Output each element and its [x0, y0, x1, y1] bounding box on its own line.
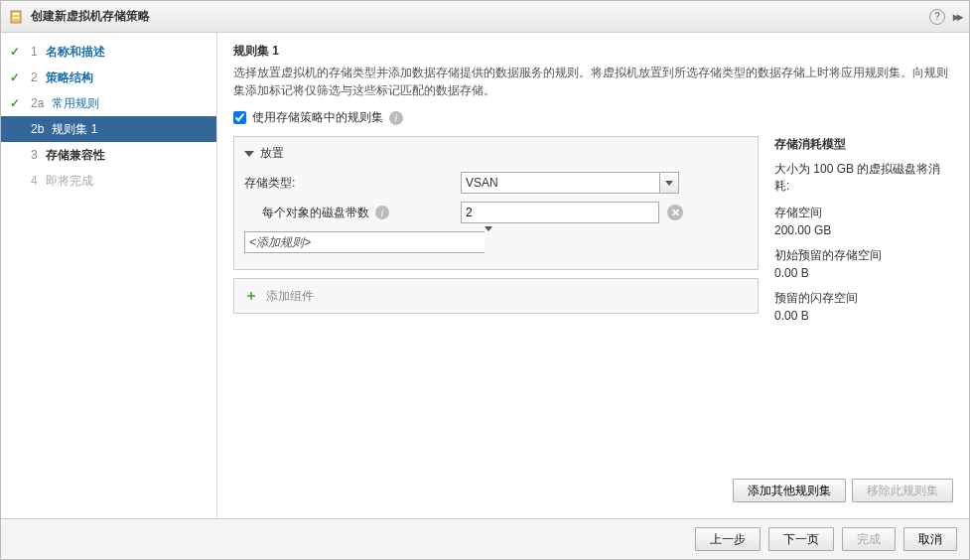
- step-ready-complete: 4 即将完成: [1, 168, 216, 194]
- storage-policy-icon: [9, 9, 25, 25]
- footer: 上一步 下一页 完成 取消: [1, 518, 969, 559]
- check-icon: ✓: [7, 96, 23, 110]
- reserved-value: 0.00 B: [774, 266, 953, 280]
- ruleset-actions: 添加其他规则集 移除此规则集: [233, 471, 953, 510]
- add-rule-placeholder: <添加规则>: [244, 231, 485, 253]
- storage-type-row: 存储类型: VSAN: [244, 172, 748, 194]
- storage-type-select[interactable]: VSAN: [461, 172, 679, 194]
- svg-rect-1: [13, 13, 19, 15]
- step-ruleset-1[interactable]: 2b 规则集 1: [1, 116, 216, 142]
- svg-rect-2: [13, 17, 19, 19]
- ruleset-description: 选择放置虚拟机的存储类型并添加数据存储提供的数据服务的规则。将虚拟机放置到所选存…: [233, 64, 953, 99]
- storage-type-label: 存储类型:: [244, 175, 453, 192]
- add-component-button[interactable]: ＋ 添加组件: [233, 278, 759, 314]
- consumption-title: 存储消耗模型: [774, 136, 953, 153]
- use-ruleset-checkbox[interactable]: [233, 111, 246, 124]
- storage-space-value: 200.00 GB: [774, 223, 953, 237]
- flash-value: 0.00 B: [774, 309, 953, 323]
- left-column: 放置 存储类型: VSAN 每个对象的磁盘带数: [233, 136, 759, 471]
- use-ruleset-label: 使用存储策略中的规则集: [252, 109, 383, 126]
- dialog-body: ✓ 1 名称和描述 ✓ 2 策略结构 ✓ 2a 常用规则 2b 规则集 1 3: [1, 33, 969, 518]
- storage-type-value: VSAN: [461, 172, 659, 194]
- wizard-steps: ✓ 1 名称和描述 ✓ 2 策略结构 ✓ 2a 常用规则 2b 规则集 1 3: [1, 33, 217, 518]
- add-rule-row: <添加规则>: [244, 231, 748, 253]
- check-icon: ✓: [7, 45, 23, 59]
- collapse-icon: [244, 151, 254, 157]
- consumption-desc: 大小为 100 GB 的虚拟磁盘将消耗:: [774, 161, 953, 195]
- step-common-rules[interactable]: ✓ 2a 常用规则: [1, 90, 216, 116]
- check-icon: ✓: [7, 70, 23, 84]
- remove-rule-icon[interactable]: ✕: [667, 205, 683, 220]
- info-icon[interactable]: i: [389, 111, 403, 125]
- chevron-down-icon[interactable]: [485, 231, 492, 253]
- add-ruleset-button[interactable]: 添加其他规则集: [733, 479, 846, 502]
- stripe-row: 每个对象的磁盘带数 i ✕: [244, 202, 748, 223]
- step-storage-compat[interactable]: 3 存储兼容性: [1, 142, 216, 168]
- stripe-input[interactable]: [461, 202, 659, 223]
- back-button[interactable]: 上一步: [695, 527, 761, 551]
- dialog-title: 创建新虚拟机存储策略: [31, 8, 929, 25]
- placement-toggle[interactable]: 放置: [244, 145, 748, 162]
- help-icon[interactable]: ?: [929, 9, 945, 25]
- cancel-button[interactable]: 取消: [903, 527, 957, 551]
- titlebar: 创建新虚拟机存储策略 ? ▸▸: [1, 1, 969, 33]
- remove-ruleset-button: 移除此规则集: [852, 479, 953, 502]
- flash-label: 预留的闪存空间: [774, 290, 953, 307]
- add-rule-select[interactable]: <添加规则>: [244, 231, 492, 253]
- info-icon[interactable]: i: [375, 206, 389, 219]
- stripe-label: 每个对象的磁盘带数 i: [244, 205, 453, 221]
- finish-button: 完成: [842, 527, 896, 551]
- reserved-label: 初始预留的存储空间: [774, 247, 953, 264]
- consumption-panel: 存储消耗模型 大小为 100 GB 的虚拟磁盘将消耗: 存储空间 200.00 …: [774, 136, 953, 471]
- content-area: 规则集 1 选择放置虚拟机的存储类型并添加数据存储提供的数据服务的规则。将虚拟机…: [217, 33, 969, 518]
- panel-row: 放置 存储类型: VSAN 每个对象的磁盘带数: [233, 136, 953, 471]
- use-ruleset-row: 使用存储策略中的规则集 i: [233, 109, 953, 126]
- step-name-desc[interactable]: ✓ 1 名称和描述: [1, 39, 216, 65]
- plus-icon: ＋: [244, 287, 258, 305]
- expand-icon[interactable]: ▸▸: [953, 10, 961, 24]
- placement-panel: 放置 存储类型: VSAN 每个对象的磁盘带数: [233, 136, 759, 270]
- dialog: 创建新虚拟机存储策略 ? ▸▸ ✓ 1 名称和描述 ✓ 2 策略结构 ✓ 2a …: [0, 0, 970, 560]
- ruleset-heading: 规则集 1: [233, 43, 953, 60]
- add-component-label: 添加组件: [266, 288, 314, 305]
- next-button[interactable]: 下一页: [768, 527, 834, 551]
- placement-title: 放置: [260, 145, 284, 162]
- step-policy-structure[interactable]: ✓ 2 策略结构: [1, 65, 216, 90]
- chevron-down-icon[interactable]: [659, 172, 679, 194]
- storage-space-label: 存储空间: [774, 205, 953, 221]
